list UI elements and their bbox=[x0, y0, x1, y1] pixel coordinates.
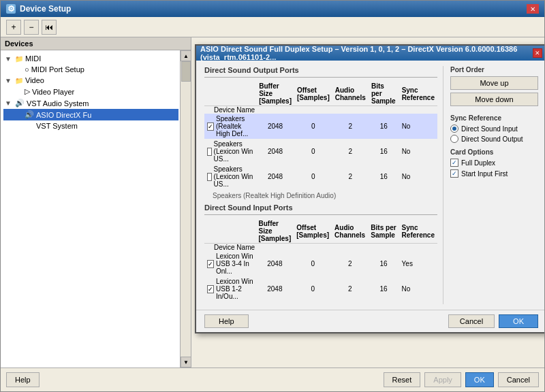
output-row-0-channels: 2 bbox=[332, 114, 369, 139]
sync-radio-input-label: Direct Sound Input bbox=[461, 125, 518, 133]
th-sync-in: SyncReference bbox=[399, 219, 437, 244]
sync-radio-output-dot bbox=[450, 135, 458, 143]
output-row-1-channels: 2 bbox=[332, 139, 369, 164]
bottom-cancel-button[interactable]: Cancel bbox=[498, 372, 539, 387]
output-row-0-name: Speakers (Realtek High Def... bbox=[204, 114, 256, 139]
outer-window: ⚙ Device Setup ✕ + − ⏮ Devices ▼ 📁 MIDI … bbox=[0, 0, 545, 392]
move-up-button[interactable]: Move up bbox=[450, 76, 538, 90]
sync-radio-output[interactable]: Direct Sound Output bbox=[450, 135, 538, 143]
tree-item-vst-system[interactable]: VST System bbox=[3, 120, 178, 131]
input-row-0[interactable]: Lexicon Win USB 3-4 In Onl... 2048 0 2 1… bbox=[204, 251, 437, 276]
bottom-reset-button[interactable]: Reset bbox=[384, 372, 421, 387]
output-checkbox-1[interactable] bbox=[207, 148, 212, 156]
window-icon: ⚙ bbox=[6, 4, 16, 14]
card-options-section: Card Options Full Duplex Start Input Fir… bbox=[450, 148, 538, 178]
outer-titlebar: ⚙ Device Setup ✕ bbox=[1, 1, 544, 17]
port-order-label: Port Order bbox=[450, 66, 538, 74]
video-player-icon: ▷ bbox=[25, 87, 30, 96]
output-row-2-channels: 2 bbox=[332, 164, 369, 189]
vst-expander: ▼ bbox=[3, 99, 13, 107]
scroll-thumb[interactable] bbox=[181, 61, 191, 82]
add-button[interactable]: + bbox=[6, 20, 21, 35]
inner-titlebar: ASIO Direct Sound Full Duplex Setup – Ve… bbox=[196, 46, 544, 61]
midi-expander: ▼ bbox=[3, 55, 13, 63]
dialog-left: Direct Sound Output Ports Buffer Size[Sa… bbox=[204, 66, 437, 304]
full-duplex-checkbox[interactable] bbox=[450, 159, 458, 167]
th-offset-in: Offset[Samples] bbox=[294, 219, 332, 244]
left-panel: Devices ▼ 📁 MIDI ○ MIDI Port Setup ▼ 📁 bbox=[1, 37, 191, 368]
input-checkbox-1[interactable] bbox=[207, 285, 214, 293]
input-row-0-offset: 0 bbox=[294, 251, 332, 276]
bottom-apply-button[interactable]: Apply bbox=[424, 372, 461, 387]
inner-dialog-title: ASIO Direct Sound Full Duplex Setup – Ve… bbox=[200, 45, 533, 61]
inner-close-button[interactable]: ✕ bbox=[533, 48, 542, 58]
tree-item-asio[interactable]: 🔊 ASIO DirectX Fu bbox=[3, 109, 178, 120]
video-player-label: Video Player bbox=[32, 88, 74, 96]
reset-button[interactable]: ⏮ bbox=[42, 20, 57, 35]
vst-sys-label: VST System bbox=[36, 122, 78, 130]
output-checkbox-0[interactable] bbox=[207, 122, 214, 131]
scroll-up-btn[interactable]: ▲ bbox=[181, 50, 191, 61]
remove-button[interactable]: − bbox=[24, 20, 39, 35]
devices-header: Devices bbox=[1, 37, 191, 50]
sync-radio-input-dot bbox=[450, 125, 458, 133]
output-row-1[interactable]: Speakers (Lexicon Win US... 2048 0 2 16 … bbox=[204, 139, 437, 164]
tree-item-video[interactable]: ▼ 📁 Video bbox=[3, 75, 178, 86]
tree-item-midi-port[interactable]: ○ MIDI Port Setup bbox=[3, 64, 178, 75]
full-duplex-item[interactable]: Full Duplex bbox=[450, 159, 538, 167]
output-row-1-buffer: 2048 bbox=[256, 139, 294, 164]
outer-close-button[interactable]: ✕ bbox=[527, 4, 539, 14]
vst-icon: 🔊 bbox=[15, 99, 25, 108]
card-options-label: Card Options bbox=[450, 148, 538, 156]
sync-radio-input[interactable]: Direct Sound Input bbox=[450, 125, 538, 133]
bottom-help-button[interactable]: Help bbox=[6, 372, 40, 387]
tree-item-vst[interactable]: ▼ 🔊 VST Audio System bbox=[3, 97, 178, 109]
start-input-first-label: Start Input First bbox=[461, 170, 508, 178]
bottom-ok-button[interactable]: OK bbox=[465, 372, 494, 387]
inner-help-button[interactable]: Help bbox=[204, 314, 249, 328]
input-row-1-channels: 2 bbox=[332, 276, 368, 301]
input-checkbox-0[interactable] bbox=[207, 260, 214, 268]
th-offset-out: Offset[Samples] bbox=[294, 82, 332, 106]
move-down-button[interactable]: Move down bbox=[450, 93, 538, 106]
sync-radio-group: Direct Sound Input Direct Sound Output bbox=[450, 125, 538, 143]
tree-item-video-player[interactable]: ▷ Video Player bbox=[3, 86, 178, 97]
output-row-2-buffer: 2048 bbox=[256, 164, 294, 189]
start-input-first-item[interactable]: Start Input First bbox=[450, 169, 538, 178]
inner-dialog: ASIO Direct Sound Full Duplex Setup – Ve… bbox=[195, 44, 544, 333]
input-row-1-bits: 16 bbox=[368, 276, 399, 301]
video-icon: 📁 bbox=[15, 77, 23, 84]
th-sync-out: SyncReference bbox=[399, 82, 437, 106]
sync-reference-section: Sync Reference Direct Sound Input Direct… bbox=[450, 114, 538, 143]
th-audio-in: AudioChannels bbox=[332, 219, 368, 244]
tree-item-midi[interactable]: ▼ 📁 MIDI bbox=[3, 53, 178, 64]
sync-radio-output-label: Direct Sound Output bbox=[461, 135, 523, 143]
output-row-0-buffer: 2048 bbox=[256, 114, 294, 139]
full-duplex-label: Full Duplex bbox=[461, 159, 495, 167]
th-bits-in: Bits perSample bbox=[368, 219, 399, 244]
right-panel: ASIO DirectX Full Duplex Driver Control … bbox=[191, 37, 544, 368]
output-row-2-offset: 0 bbox=[294, 164, 332, 189]
bottom-bar: Help Reset Apply OK Cancel bbox=[1, 368, 544, 391]
input-row-1[interactable]: Lexicon Win USB 1-2 In/Ou... 2048 0 2 16… bbox=[204, 276, 437, 301]
device-tree: ▼ 📁 MIDI ○ MIDI Port Setup ▼ 📁 Video bbox=[1, 50, 191, 368]
outer-title-left: ⚙ Device Setup bbox=[6, 4, 71, 14]
inner-ok-button[interactable]: OK bbox=[499, 314, 538, 328]
output-checkbox-2[interactable] bbox=[207, 173, 212, 181]
output-row-0[interactable]: Speakers (Realtek High Def... 2048 0 2 1… bbox=[204, 114, 437, 139]
inner-right-buttons: Cancel OK bbox=[448, 314, 538, 328]
inner-dialog-footer: Help Cancel OK bbox=[196, 310, 544, 332]
outer-window-title: Device Setup bbox=[20, 4, 71, 14]
toolbar: + − ⏮ bbox=[1, 17, 544, 37]
output-row-2[interactable]: Speakers (Lexicon Win US... 2048 0 2 16 … bbox=[204, 164, 437, 189]
output-row-1-bits: 16 bbox=[369, 139, 399, 164]
input-row-0-buffer: 2048 bbox=[255, 251, 294, 276]
vst-label: VST Audio System bbox=[27, 99, 89, 108]
start-input-first-checkbox[interactable] bbox=[450, 169, 458, 178]
input-ports-table: Buffer Size[Samples] Offset[Samples] Aud… bbox=[204, 219, 437, 301]
output-ports-table: Buffer Size[Samples] Offset[Samples] Aud… bbox=[204, 82, 437, 189]
output-row-2-sync: No bbox=[399, 164, 437, 189]
scroll-down-btn[interactable]: ▼ bbox=[181, 357, 191, 368]
inner-cancel-button[interactable]: Cancel bbox=[448, 314, 495, 328]
tree-scrollbar: ▲ ▼ bbox=[180, 50, 191, 368]
